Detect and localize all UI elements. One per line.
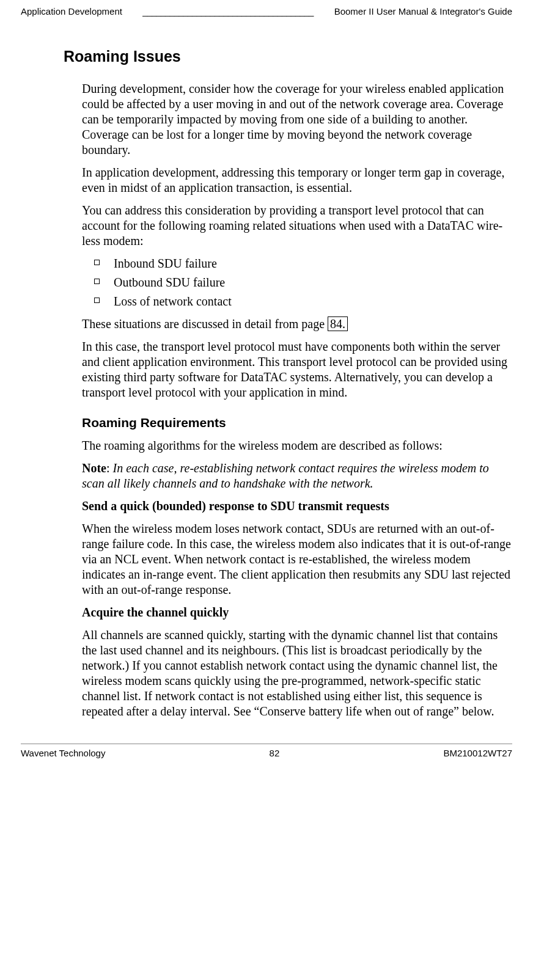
footer-doc-id: BM210012WT27 bbox=[443, 748, 512, 759]
body-paragraph: In this case, the transport level protoc… bbox=[82, 339, 512, 400]
header-section-name: Application Development bbox=[21, 6, 122, 18]
body-paragraph: The roaming algorithms for the wireless … bbox=[82, 438, 512, 453]
note-body: In each case, re-establishing network co… bbox=[82, 461, 489, 490]
body-paragraph: All channels are scanned quickly, starti… bbox=[82, 627, 512, 719]
page-header: Application Development ________________… bbox=[21, 6, 512, 23]
header-divider: ______________________________________ bbox=[141, 6, 313, 18]
section-title: Roaming Issues bbox=[64, 47, 512, 66]
paragraph-text: These situations are discussed in detail… bbox=[82, 317, 328, 331]
note-paragraph: Note: In each case, re-establishing netw… bbox=[82, 461, 512, 491]
body-paragraph: You can address this consideration by pr… bbox=[82, 203, 512, 249]
page-reference-link[interactable]: 84. bbox=[328, 316, 348, 331]
note-colon: : bbox=[106, 461, 113, 475]
body-paragraph: During development, consider how the cov… bbox=[82, 81, 512, 158]
body-paragraph: In application development, addressing t… bbox=[82, 165, 512, 196]
header-manual-title: Boomer II User Manual & Integrator's Gui… bbox=[332, 6, 513, 18]
body-paragraph: These situations are discussed in detail… bbox=[82, 316, 512, 332]
list-item: Outbound SDU failure bbox=[82, 275, 512, 290]
document-page: Application Development ________________… bbox=[0, 0, 533, 778]
footer-rule bbox=[21, 744, 512, 744]
footer-page-number: 82 bbox=[270, 748, 280, 759]
body-paragraph: When the wireless modem loses network co… bbox=[82, 521, 512, 598]
list-item: Loss of network contact bbox=[82, 294, 512, 309]
page-content: Roaming Issues During development, consi… bbox=[21, 47, 512, 720]
inline-heading: Send a quick (bounded) response to SDU t… bbox=[82, 499, 512, 514]
note-label: Note bbox=[82, 461, 106, 475]
footer-company: Wavenet Technology bbox=[21, 748, 105, 759]
page-footer: Wavenet Technology 82 BM210012WT27 bbox=[21, 748, 512, 759]
bullet-list: Inbound SDU failure Outbound SDU failure… bbox=[82, 256, 512, 309]
subsection-title: Roaming Requirements bbox=[82, 415, 512, 431]
inline-heading: Acquire the channel quickly bbox=[82, 605, 512, 620]
list-item: Inbound SDU failure bbox=[82, 256, 512, 271]
